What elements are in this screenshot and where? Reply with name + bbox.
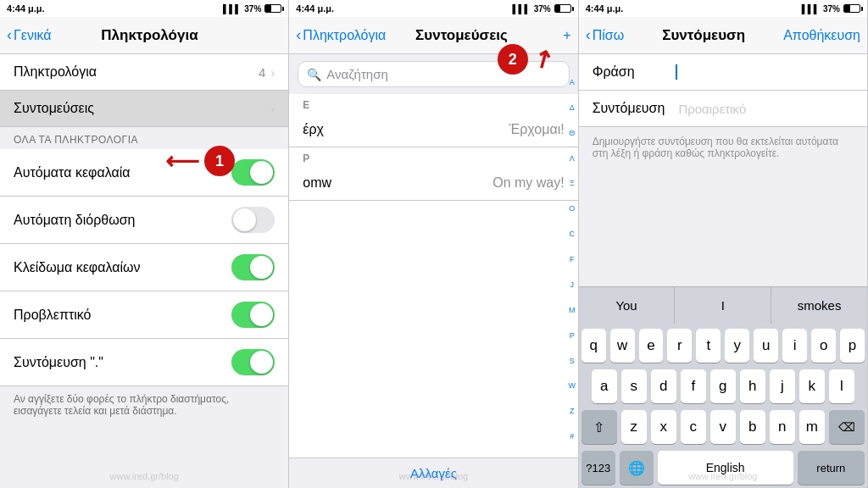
key-d[interactable]: d	[651, 369, 676, 403]
space-key[interactable]: English	[658, 451, 793, 485]
row-caps-lock[interactable]: Κλείδωμα κεφαλαίων	[0, 244, 288, 291]
shortcut-placeholder: Προαιρετικό	[678, 102, 746, 116]
back-label-3: Πίσω	[593, 28, 624, 43]
key-k[interactable]: k	[799, 369, 825, 403]
key-w[interactable]: w	[610, 329, 635, 363]
predictive-label: Προβλεπτικό	[14, 308, 92, 323]
key-p[interactable]: p	[840, 329, 865, 363]
shortcut-label: Συντόμευση	[593, 101, 665, 116]
toggle-auto-caps[interactable]	[231, 159, 275, 186]
back-button-1[interactable]: ‹ Γενικά	[7, 26, 52, 44]
keyboard: q w e r t y u i o p a s d f g h j k l ⇧ …	[579, 324, 867, 488]
row-shortcuts-right: ›	[270, 102, 275, 116]
chevron-left-icon-2: ‹	[296, 26, 301, 44]
key-b[interactable]: b	[740, 410, 765, 444]
phrase-cursor	[676, 64, 677, 80]
key-i[interactable]: i	[782, 329, 807, 363]
back-label-1: Γενικά	[14, 28, 52, 43]
num-key[interactable]: ?123	[581, 451, 615, 485]
key-y[interactable]: y	[725, 329, 749, 363]
key-v[interactable]: v	[710, 410, 736, 444]
row-keyboards-label: Πληκτρολόγια	[14, 64, 97, 80]
delete-key[interactable]: ⌫	[829, 410, 865, 444]
key-u[interactable]: u	[754, 329, 778, 363]
key-e[interactable]: e	[639, 329, 664, 363]
back-label-2: Πληκτρολόγια	[303, 28, 386, 43]
panel-shortcuts-list: 4:44 μ.μ. ▌▌▌ 37% ‹ Πληκτρολόγια Συντομε…	[289, 0, 578, 488]
pred-item-smokes[interactable]: smokes	[771, 287, 867, 324]
row-keyboards[interactable]: Πληκτρολόγια 4 ›	[0, 54, 288, 91]
p3-content: Φράση Συντόμευση Προαιρετικό Δημιουργήστ…	[579, 54, 867, 286]
back-button-2[interactable]: ‹ Πληκτρολόγια	[296, 26, 386, 44]
key-s[interactable]: s	[621, 369, 647, 403]
status-bar-1: 4:44 μ.μ. ▌▌▌ 37%	[0, 0, 288, 17]
key-c[interactable]: c	[681, 410, 706, 444]
key-r[interactable]: r	[667, 329, 692, 363]
settings-content-1: Πληκτρολόγια 4 › Συντομεύσεις › ΟΛΑ ΤΑ Π…	[0, 54, 288, 488]
chevron-right-icon-shortcuts: ›	[270, 102, 275, 116]
arrow-left-icon: ⟵	[165, 147, 199, 175]
row-shortcuts[interactable]: Συντομεύσεις ›	[0, 91, 288, 127]
row-keyboards-value: 4	[259, 65, 265, 80]
search-icon: 🔍	[307, 68, 321, 81]
status-bar-2: 4:44 μ.μ. ▌▌▌ 37%	[289, 0, 577, 17]
key-f[interactable]: f	[681, 369, 706, 403]
key-o[interactable]: o	[811, 329, 836, 363]
section-p-header: P	[289, 147, 577, 166]
return-key[interactable]: return	[798, 451, 865, 485]
shortcut-row-omw[interactable]: omw On my way!	[289, 166, 577, 201]
row-period-shortcut[interactable]: Συντόμευση "."	[0, 339, 288, 386]
phrase-row[interactable]: Φράση	[579, 54, 867, 91]
shortcut-key-erx: έρχ	[303, 122, 324, 137]
shortcut-val-omw: On my way!	[492, 175, 564, 191]
toggle-period-shortcut[interactable]	[231, 349, 275, 375]
shortcut-list: E έρχ Έρχομαι! P omw On my way!	[289, 94, 577, 458]
predictive-bar: You I smokes	[579, 286, 867, 324]
annotation-2: 2 ↗	[498, 44, 553, 75]
kb-row-1: q w e r t y u i o p	[581, 329, 865, 363]
add-button[interactable]: +	[537, 28, 571, 43]
emoji-key[interactable]: 🌐	[620, 451, 654, 485]
key-l[interactable]: l	[829, 369, 854, 403]
key-t[interactable]: t	[696, 329, 721, 363]
toggle-caps-lock[interactable]	[231, 254, 275, 280]
status-bar-3: 4:44 μ.μ. ▌▌▌ 37%	[579, 0, 867, 17]
signal-icon-3: ▌▌▌	[802, 4, 820, 14]
toggle-predictive[interactable]	[231, 302, 275, 328]
shortcut-row-edit[interactable]: Συντόμευση Προαιρετικό	[579, 91, 867, 127]
status-right-1: ▌▌▌ 37%	[223, 4, 281, 14]
pred-item-you[interactable]: You	[579, 287, 676, 324]
key-h[interactable]: h	[740, 369, 765, 403]
search-placeholder: Αναζήτηση	[326, 67, 387, 81]
save-button[interactable]: Αποθήκευση	[783, 28, 860, 43]
nav-bar-1: ‹ Γενικά Πληκτρολόγια	[0, 17, 288, 54]
shift-key[interactable]: ⇧	[581, 410, 617, 444]
row-keyboards-right: 4 ›	[259, 65, 275, 80]
key-z[interactable]: z	[621, 410, 647, 444]
back-button-3[interactable]: ‹ Πίσω	[586, 26, 624, 44]
key-x[interactable]: x	[651, 410, 676, 444]
toggle-auto-correct[interactable]	[231, 207, 275, 233]
row-auto-caps[interactable]: Αυτόματα κεφαλαία	[0, 149, 288, 197]
chevron-right-icon-keyboards: ›	[270, 65, 275, 80]
chevron-left-icon-3: ‹	[586, 26, 591, 44]
shortcut-row-erx[interactable]: έρχ Έρχομαι!	[289, 113, 577, 147]
kb-row-4: ?123 🌐 English return	[581, 451, 865, 485]
key-g[interactable]: g	[710, 369, 736, 403]
row-auto-correct[interactable]: Αυτόματη διόρθωση	[0, 197, 288, 244]
key-q[interactable]: q	[581, 329, 606, 363]
key-j[interactable]: j	[770, 369, 795, 403]
key-n[interactable]: n	[770, 410, 795, 444]
pred-item-i[interactable]: I	[675, 287, 771, 324]
battery-percent-1: 37%	[244, 4, 261, 14]
period-shortcut-label: Συντόμευση "."	[14, 355, 103, 370]
key-a[interactable]: a	[592, 369, 617, 403]
kb-row-3: ⇧ z x c v b n m ⌫	[581, 410, 865, 444]
kb-row-2: a s d f g h j k l	[581, 369, 865, 403]
key-m[interactable]: m	[799, 410, 825, 444]
time-3: 4:44 μ.μ.	[586, 3, 624, 14]
row-predictive[interactable]: Προβλεπτικό	[0, 291, 288, 339]
time-2: 4:44 μ.μ.	[296, 3, 334, 14]
battery-percent-2: 37%	[534, 4, 551, 14]
changes-label[interactable]: Αλλαγές	[410, 466, 457, 480]
